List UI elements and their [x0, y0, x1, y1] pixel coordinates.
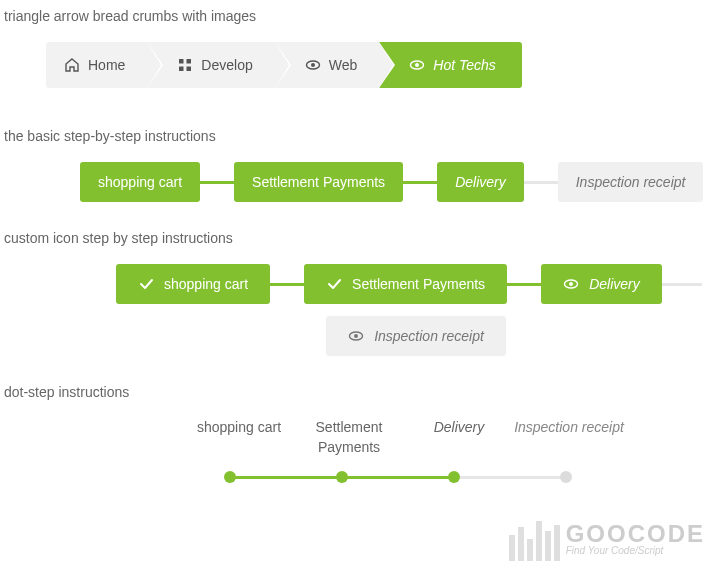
section-title-dot-steps: dot-step instructions — [4, 384, 707, 400]
step-label: Settlement Payments — [352, 276, 485, 292]
grid-icon — [177, 57, 193, 73]
step-delivery[interactable]: Delivery — [541, 264, 662, 304]
step-label: Delivery — [589, 276, 640, 292]
eye-icon — [563, 276, 579, 292]
home-icon — [64, 57, 80, 73]
breadcrumb-label: Web — [329, 57, 358, 73]
watermark-brand: GOOCODE — [566, 522, 705, 546]
dot-label-inspection-receipt[interactable]: Inspection receipt — [514, 418, 624, 457]
breadcrumb-label: Develop — [201, 57, 252, 73]
step-connector — [200, 181, 234, 184]
step-delivery[interactable]: Delivery — [437, 162, 524, 202]
step-shopping-cart[interactable]: shopping cart — [116, 264, 270, 304]
dot-steps: shopping cart Settlement Payments Delive… — [184, 418, 624, 483]
dot[interactable] — [336, 471, 348, 483]
dot-label-delivery[interactable]: Delivery — [404, 418, 514, 457]
eye-icon — [409, 57, 425, 73]
eye-icon — [305, 57, 321, 73]
step-label: shopping cart — [164, 276, 248, 292]
dot[interactable] — [448, 471, 460, 483]
step-label: shopping cart — [98, 174, 182, 190]
step-connector — [524, 181, 558, 184]
dot-label-shopping-cart[interactable]: shopping cart — [184, 418, 294, 457]
icon-steps: shopping cart Settlement Payments Delive… — [116, 264, 711, 356]
section-title-basic-steps: the basic step-by-step instructions — [4, 128, 707, 144]
step-connector — [403, 181, 437, 184]
step-settlement-payments[interactable]: Settlement Payments — [304, 264, 507, 304]
watermark-bars-icon — [509, 517, 560, 561]
section-title-icon-steps: custom icon step by step instructions — [4, 230, 707, 246]
dot[interactable] — [224, 471, 236, 483]
step-connector — [270, 283, 304, 286]
watermark: GOOCODE Find Your Code/Script — [509, 517, 705, 561]
check-icon — [326, 276, 342, 292]
step-inspection-receipt[interactable]: Inspection receipt — [326, 316, 506, 356]
breadcrumb-item-home[interactable]: Home — [46, 42, 147, 88]
dot-label-settlement-payments[interactable]: Settlement Payments — [294, 418, 404, 457]
step-shopping-cart[interactable]: shopping cart — [80, 162, 200, 202]
step-inspection-receipt[interactable]: Inspection receipt — [558, 162, 704, 202]
step-label: Inspection receipt — [576, 174, 686, 190]
basic-steps: shopping cart Settlement Payments Delive… — [80, 162, 707, 202]
dot[interactable] — [560, 471, 572, 483]
eye-icon — [348, 328, 364, 344]
step-label: Delivery — [455, 174, 506, 190]
breadcrumb-label: Hot Techs — [433, 57, 496, 73]
dot-line-future — [453, 476, 565, 479]
step-settlement-payments[interactable]: Settlement Payments — [234, 162, 403, 202]
step-label: Inspection receipt — [374, 328, 484, 344]
step-connector — [507, 283, 541, 286]
section-title-breadcrumb: triangle arrow bread crumbs with images — [4, 8, 707, 24]
watermark-tagline: Find Your Code/Script — [566, 546, 705, 556]
breadcrumb: Home Develop Web Hot Techs — [46, 42, 707, 88]
breadcrumb-item-develop[interactable]: Develop — [147, 42, 274, 88]
breadcrumb-item-hot-techs[interactable]: Hot Techs — [379, 42, 522, 88]
breadcrumb-label: Home — [88, 57, 125, 73]
check-icon — [138, 276, 154, 292]
step-label: Settlement Payments — [252, 174, 385, 190]
step-connector — [662, 283, 702, 286]
